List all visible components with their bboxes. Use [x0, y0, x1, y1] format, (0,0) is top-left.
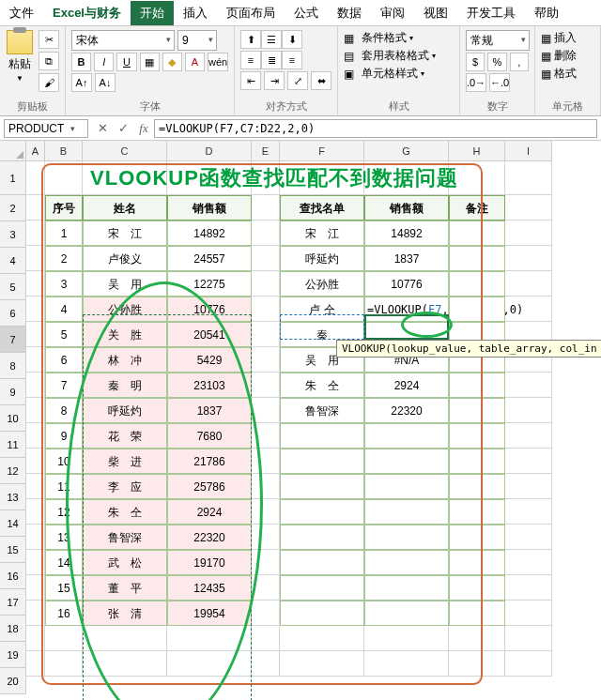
cell[interactable] [505, 575, 552, 601]
font-size-combo[interactable]: 9 [177, 30, 217, 51]
italic-button[interactable]: I [94, 53, 114, 71]
copy-button[interactable]: ⧉ [39, 52, 59, 70]
tab-page-layout[interactable]: 页面布局 [217, 1, 285, 25]
column-header[interactable]: D [167, 141, 252, 161]
align-left-button[interactable]: ≡ [240, 51, 261, 69]
orientation-button[interactable]: ⤢ [287, 71, 308, 90]
row-header[interactable]: 9 [0, 379, 26, 405]
column-header[interactable]: C [83, 141, 167, 161]
formula-input[interactable]: =VLOOKUP(F7,C7:D22,2,0) [154, 119, 597, 138]
tab-help[interactable]: 帮助 [525, 1, 568, 25]
font-name-combo[interactable]: 宋体 [71, 30, 175, 51]
column-header[interactable]: A [26, 141, 45, 161]
decrease-indent-button[interactable]: ⇤ [240, 71, 261, 90]
tab-home[interactable]: 开始 [131, 1, 174, 25]
fill-color-button[interactable]: ◆ [162, 53, 182, 71]
align-center-button[interactable]: ≣ [261, 51, 282, 69]
row-header[interactable]: 18 [0, 616, 26, 642]
row-header[interactable]: 19 [0, 642, 26, 668]
cut-button[interactable]: ✂ [39, 30, 59, 49]
format-painter-button[interactable]: 🖌 [39, 73, 59, 92]
tab-formulas[interactable]: 公式 [285, 1, 328, 25]
cell[interactable] [505, 373, 552, 398]
conditional-format-button[interactable]: ▦条件格式▾ [344, 30, 454, 46]
cancel-formula-button[interactable]: ✕ [92, 121, 113, 135]
cell[interactable] [505, 195, 552, 221]
cell[interactable] [505, 246, 552, 271]
row-header[interactable]: 13 [0, 484, 26, 510]
cell[interactable] [505, 271, 552, 297]
row-header[interactable]: 10 [0, 405, 26, 432]
row-header[interactable]: 2 [0, 195, 26, 221]
row-header[interactable]: 6 [0, 300, 26, 327]
tab-insert[interactable]: 插入 [174, 1, 217, 25]
row-header[interactable]: 20 [0, 668, 26, 694]
row-header[interactable]: 3 [0, 221, 26, 248]
row-header[interactable]: 15 [0, 537, 26, 563]
name-box-input[interactable] [5, 122, 70, 135]
column-header[interactable]: B [45, 141, 83, 161]
name-box[interactable] [4, 119, 88, 138]
tab-developer[interactable]: 开发工具 [457, 1, 525, 25]
column-header[interactable]: H [449, 141, 505, 161]
align-bottom-button[interactable]: ⬇ [282, 30, 302, 49]
row-header[interactable]: 5 [0, 274, 26, 300]
increase-indent-button[interactable]: ⇥ [264, 71, 285, 90]
insert-cells-button[interactable]: ▦插入 [541, 30, 594, 46]
delete-cells-button[interactable]: ▦删除 [541, 48, 594, 64]
cell[interactable] [505, 626, 552, 651]
cell[interactable] [505, 221, 552, 246]
cell[interactable] [505, 601, 552, 626]
format-cells-button[interactable]: ▦格式 [541, 66, 594, 82]
row-header[interactable]: 12 [0, 458, 26, 484]
cell-styles-button[interactable]: ▣单元格样式▾ [344, 66, 454, 82]
column-header[interactable]: E [252, 141, 280, 161]
row-header[interactable]: 16 [0, 563, 26, 589]
align-right-button[interactable]: ≡ [282, 51, 302, 69]
decrease-decimal-button[interactable]: ←.0 [489, 73, 510, 92]
column-header[interactable]: G [364, 141, 449, 161]
bold-button[interactable]: B [71, 53, 91, 71]
enter-formula-button[interactable]: ✓ [113, 121, 133, 135]
tab-file[interactable]: 文件 [0, 1, 43, 25]
comma-button[interactable]: , [510, 53, 529, 71]
font-color-button[interactable]: A [185, 53, 205, 71]
underline-button[interactable]: U [116, 53, 136, 71]
tab-view[interactable]: 视图 [414, 1, 457, 25]
phonetic-button[interactable]: wén [208, 53, 228, 71]
row-header[interactable]: 17 [0, 589, 26, 616]
align-middle-button[interactable]: ☰ [261, 30, 282, 49]
paste-button[interactable]: 粘贴 ▼ [6, 30, 34, 83]
percent-button[interactable]: % [487, 53, 506, 71]
worksheet-grid[interactable]: ABCDEFGHI 123456789101112131415161718192… [0, 141, 601, 694]
row-header[interactable]: 14 [0, 510, 26, 537]
cell[interactable] [505, 651, 552, 677]
column-header[interactable]: F [280, 141, 364, 161]
align-top-button[interactable]: ⬆ [240, 30, 261, 49]
insert-function-button[interactable]: fx [133, 121, 154, 136]
tab-data[interactable]: 数据 [328, 1, 371, 25]
currency-button[interactable]: $ [466, 53, 485, 71]
tab-custom[interactable]: Excel与财务 [43, 1, 131, 25]
cell[interactable] [505, 474, 552, 499]
number-format-combo[interactable]: 常规 [466, 30, 530, 51]
row-header[interactable]: 11 [0, 432, 26, 458]
select-all-button[interactable] [0, 141, 26, 161]
cell[interactable] [505, 398, 552, 423]
cell[interactable] [505, 161, 552, 195]
cell[interactable] [505, 449, 552, 474]
cell[interactable] [505, 525, 552, 550]
row-header[interactable]: 4 [0, 248, 26, 274]
increase-font-button[interactable]: A↑ [71, 73, 92, 92]
border-button[interactable]: ▦ [140, 53, 160, 71]
cell[interactable] [505, 499, 552, 525]
tab-review[interactable]: 审阅 [371, 1, 414, 25]
cell[interactable] [505, 550, 552, 575]
decrease-font-button[interactable]: A↓ [95, 73, 116, 92]
row-header[interactable]: 8 [0, 353, 26, 379]
row-header[interactable]: 1 [0, 161, 26, 195]
column-header[interactable]: I [505, 141, 552, 161]
merge-button[interactable]: ⬌ [311, 71, 331, 90]
increase-decimal-button[interactable]: .0→ [466, 73, 486, 92]
format-as-table-button[interactable]: ▤套用表格格式▾ [344, 48, 454, 64]
